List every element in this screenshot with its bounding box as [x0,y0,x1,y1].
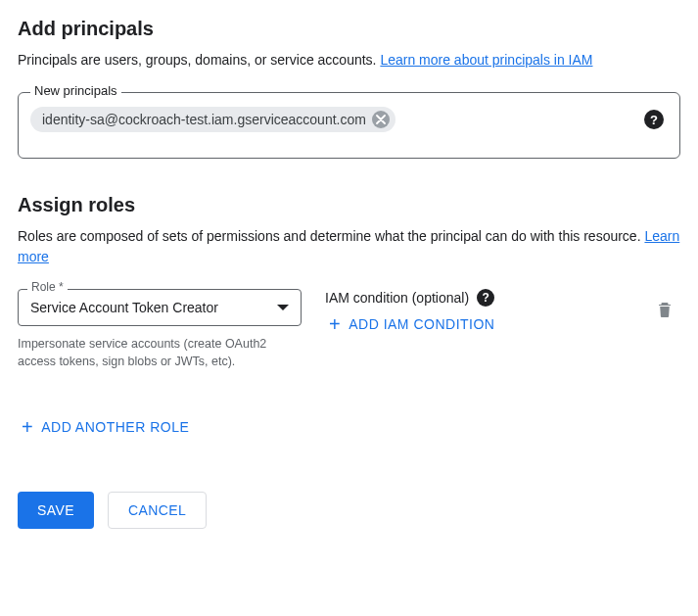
footer-actions: SAVE CANCEL [18,492,680,529]
assign-roles-heading: Assign roles [18,194,680,216]
add-another-role-label: ADD ANOTHER ROLE [41,419,189,435]
chevron-down-icon [277,305,289,310]
add-principals-desc: Principals are users, groups, domains, o… [18,50,680,71]
help-icon[interactable]: ? [644,110,664,129]
iam-condition-label: IAM condition (optional) [325,290,469,306]
learn-more-principals-link[interactable]: Learn more about principals in IAM [380,52,592,68]
save-button[interactable]: SAVE [18,492,94,529]
add-principals-desc-text: Principals are users, groups, domains, o… [18,52,380,68]
principal-chip: identity-sa@cockroach-test.iam.gservicea… [30,107,396,132]
assign-roles-desc-text: Roles are composed of sets of permission… [18,228,644,244]
add-iam-condition-button[interactable]: + ADD IAM CONDITION [325,307,498,342]
role-select-value: Service Account Token Creator [30,300,218,315]
help-icon[interactable]: ? [477,289,494,307]
role-description: Impersonate service accounts (create OAu… [18,336,302,370]
add-another-role-button[interactable]: + ADD ANOTHER ROLE [18,409,193,445]
role-label: Role * [27,280,68,294]
new-principals-label: New principals [30,83,121,98]
cancel-button[interactable]: CANCEL [108,492,207,529]
assign-roles-desc: Roles are composed of sets of permission… [18,226,680,267]
plus-icon: + [329,314,341,334]
role-row: Role * Service Account Token Creator Imp… [18,289,680,370]
remove-chip-icon[interactable] [372,111,390,128]
new-principals-field[interactable]: New principals identity-sa@cockroach-tes… [18,92,680,159]
plus-icon: + [22,417,33,437]
trash-icon[interactable] [657,301,673,321]
role-select[interactable]: Service Account Token Creator [18,289,302,326]
principal-chip-value: identity-sa@cockroach-test.iam.gservicea… [42,112,366,127]
add-iam-condition-label: ADD IAM CONDITION [349,316,494,332]
add-principals-heading: Add principals [18,18,680,40]
